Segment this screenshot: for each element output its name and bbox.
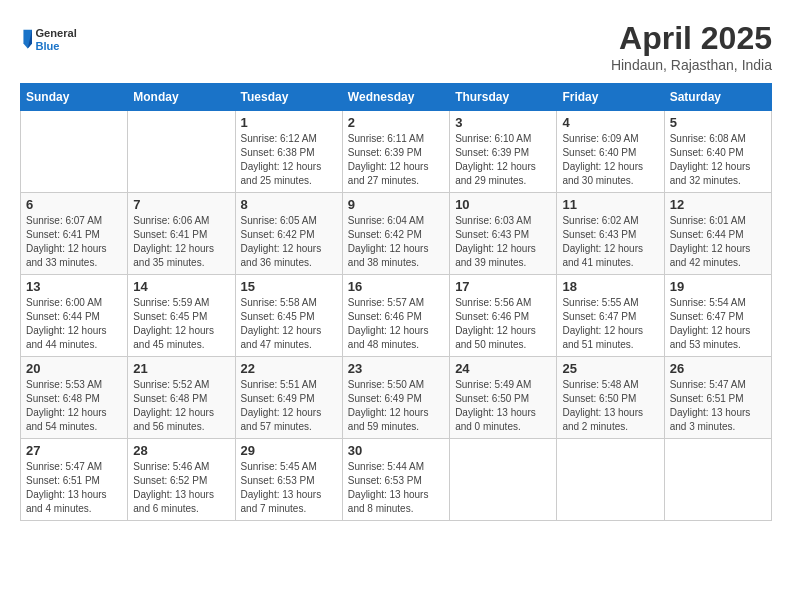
calendar-cell (128, 111, 235, 193)
daylight: Daylight: 12 hours and 54 minutes. (26, 407, 107, 432)
day-info: Sunrise: 6:07 AM Sunset: 6:41 PM Dayligh… (26, 214, 122, 270)
sunset: Sunset: 6:48 PM (133, 393, 207, 404)
calendar-cell (557, 439, 664, 521)
day-number: 30 (348, 443, 444, 458)
sunrise: Sunrise: 6:03 AM (455, 215, 531, 226)
sunset: Sunset: 6:52 PM (133, 475, 207, 486)
sunset: Sunset: 6:48 PM (26, 393, 100, 404)
daylight: Daylight: 12 hours and 57 minutes. (241, 407, 322, 432)
day-number: 27 (26, 443, 122, 458)
daylight: Daylight: 12 hours and 38 minutes. (348, 243, 429, 268)
header-tuesday: Tuesday (235, 84, 342, 111)
daylight: Daylight: 12 hours and 25 minutes. (241, 161, 322, 186)
header-monday: Monday (128, 84, 235, 111)
week-row-2: 6 Sunrise: 6:07 AM Sunset: 6:41 PM Dayli… (21, 193, 772, 275)
sunrise: Sunrise: 5:50 AM (348, 379, 424, 390)
day-number: 13 (26, 279, 122, 294)
header-sunday: Sunday (21, 84, 128, 111)
sunrise: Sunrise: 5:49 AM (455, 379, 531, 390)
sunset: Sunset: 6:39 PM (455, 147, 529, 158)
daylight: Daylight: 12 hours and 39 minutes. (455, 243, 536, 268)
daylight: Daylight: 12 hours and 35 minutes. (133, 243, 214, 268)
calendar-cell: 14 Sunrise: 5:59 AM Sunset: 6:45 PM Dayl… (128, 275, 235, 357)
sunrise: Sunrise: 5:47 AM (670, 379, 746, 390)
sunrise: Sunrise: 5:44 AM (348, 461, 424, 472)
sunrise: Sunrise: 5:55 AM (562, 297, 638, 308)
calendar-cell: 24 Sunrise: 5:49 AM Sunset: 6:50 PM Dayl… (450, 357, 557, 439)
calendar-cell: 5 Sunrise: 6:08 AM Sunset: 6:40 PM Dayli… (664, 111, 771, 193)
sunset: Sunset: 6:51 PM (26, 475, 100, 486)
day-info: Sunrise: 6:10 AM Sunset: 6:39 PM Dayligh… (455, 132, 551, 188)
header-friday: Friday (557, 84, 664, 111)
calendar-header-row: SundayMondayTuesdayWednesdayThursdayFrid… (21, 84, 772, 111)
daylight: Daylight: 12 hours and 48 minutes. (348, 325, 429, 350)
daylight: Daylight: 12 hours and 41 minutes. (562, 243, 643, 268)
calendar-table: SundayMondayTuesdayWednesdayThursdayFrid… (20, 83, 772, 521)
sunrise: Sunrise: 6:02 AM (562, 215, 638, 226)
calendar-cell: 21 Sunrise: 5:52 AM Sunset: 6:48 PM Dayl… (128, 357, 235, 439)
daylight: Daylight: 12 hours and 59 minutes. (348, 407, 429, 432)
day-info: Sunrise: 5:55 AM Sunset: 6:47 PM Dayligh… (562, 296, 658, 352)
daylight: Daylight: 12 hours and 33 minutes. (26, 243, 107, 268)
day-number: 26 (670, 361, 766, 376)
daylight: Daylight: 13 hours and 4 minutes. (26, 489, 107, 514)
day-number: 10 (455, 197, 551, 212)
calendar-cell: 15 Sunrise: 5:58 AM Sunset: 6:45 PM Dayl… (235, 275, 342, 357)
header-saturday: Saturday (664, 84, 771, 111)
day-info: Sunrise: 6:09 AM Sunset: 6:40 PM Dayligh… (562, 132, 658, 188)
calendar-cell: 4 Sunrise: 6:09 AM Sunset: 6:40 PM Dayli… (557, 111, 664, 193)
sunset: Sunset: 6:43 PM (455, 229, 529, 240)
day-number: 7 (133, 197, 229, 212)
day-number: 1 (241, 115, 337, 130)
calendar-cell: 19 Sunrise: 5:54 AM Sunset: 6:47 PM Dayl… (664, 275, 771, 357)
sunset: Sunset: 6:45 PM (241, 311, 315, 322)
day-info: Sunrise: 6:00 AM Sunset: 6:44 PM Dayligh… (26, 296, 122, 352)
sunset: Sunset: 6:50 PM (455, 393, 529, 404)
day-info: Sunrise: 6:06 AM Sunset: 6:41 PM Dayligh… (133, 214, 229, 270)
calendar-cell: 20 Sunrise: 5:53 AM Sunset: 6:48 PM Dayl… (21, 357, 128, 439)
daylight: Daylight: 12 hours and 45 minutes. (133, 325, 214, 350)
day-number: 15 (241, 279, 337, 294)
day-info: Sunrise: 6:05 AM Sunset: 6:42 PM Dayligh… (241, 214, 337, 270)
daylight: Daylight: 13 hours and 7 minutes. (241, 489, 322, 514)
sunset: Sunset: 6:40 PM (562, 147, 636, 158)
day-info: Sunrise: 5:59 AM Sunset: 6:45 PM Dayligh… (133, 296, 229, 352)
daylight: Daylight: 13 hours and 8 minutes. (348, 489, 429, 514)
location-subtitle: Hindaun, Rajasthan, India (611, 57, 772, 73)
day-info: Sunrise: 5:47 AM Sunset: 6:51 PM Dayligh… (670, 378, 766, 434)
day-info: Sunrise: 5:53 AM Sunset: 6:48 PM Dayligh… (26, 378, 122, 434)
daylight: Daylight: 13 hours and 6 minutes. (133, 489, 214, 514)
calendar-cell: 18 Sunrise: 5:55 AM Sunset: 6:47 PM Dayl… (557, 275, 664, 357)
sunrise: Sunrise: 5:48 AM (562, 379, 638, 390)
day-info: Sunrise: 5:57 AM Sunset: 6:46 PM Dayligh… (348, 296, 444, 352)
day-info: Sunrise: 6:01 AM Sunset: 6:44 PM Dayligh… (670, 214, 766, 270)
daylight: Daylight: 12 hours and 50 minutes. (455, 325, 536, 350)
calendar-cell: 29 Sunrise: 5:45 AM Sunset: 6:53 PM Dayl… (235, 439, 342, 521)
day-info: Sunrise: 6:04 AM Sunset: 6:42 PM Dayligh… (348, 214, 444, 270)
day-number: 5 (670, 115, 766, 130)
daylight: Daylight: 12 hours and 47 minutes. (241, 325, 322, 350)
daylight: Daylight: 12 hours and 27 minutes. (348, 161, 429, 186)
calendar-cell (21, 111, 128, 193)
svg-text:Blue: Blue (35, 40, 59, 52)
day-info: Sunrise: 5:54 AM Sunset: 6:47 PM Dayligh… (670, 296, 766, 352)
calendar-cell: 12 Sunrise: 6:01 AM Sunset: 6:44 PM Dayl… (664, 193, 771, 275)
calendar-cell (664, 439, 771, 521)
day-number: 29 (241, 443, 337, 458)
day-number: 24 (455, 361, 551, 376)
calendar-cell: 26 Sunrise: 5:47 AM Sunset: 6:51 PM Dayl… (664, 357, 771, 439)
logo-svg: General Blue (20, 20, 80, 60)
sunset: Sunset: 6:38 PM (241, 147, 315, 158)
calendar-cell: 10 Sunrise: 6:03 AM Sunset: 6:43 PM Dayl… (450, 193, 557, 275)
sunset: Sunset: 6:49 PM (241, 393, 315, 404)
calendar-cell: 17 Sunrise: 5:56 AM Sunset: 6:46 PM Dayl… (450, 275, 557, 357)
calendar-cell: 9 Sunrise: 6:04 AM Sunset: 6:42 PM Dayli… (342, 193, 449, 275)
day-number: 11 (562, 197, 658, 212)
sunset: Sunset: 6:43 PM (562, 229, 636, 240)
day-info: Sunrise: 5:46 AM Sunset: 6:52 PM Dayligh… (133, 460, 229, 516)
sunset: Sunset: 6:46 PM (455, 311, 529, 322)
sunset: Sunset: 6:42 PM (348, 229, 422, 240)
calendar-cell: 8 Sunrise: 6:05 AM Sunset: 6:42 PM Dayli… (235, 193, 342, 275)
calendar-cell: 1 Sunrise: 6:12 AM Sunset: 6:38 PM Dayli… (235, 111, 342, 193)
sunset: Sunset: 6:47 PM (562, 311, 636, 322)
